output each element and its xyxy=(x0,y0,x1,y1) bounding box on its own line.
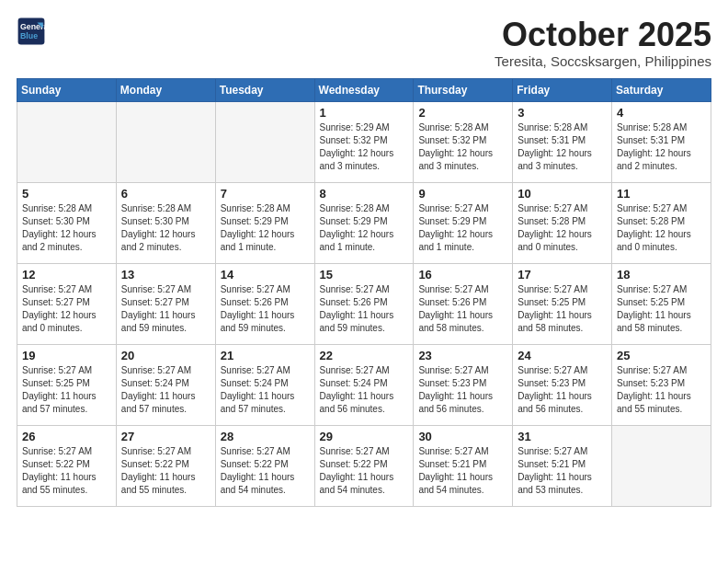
day-info: Sunrise: 5:28 AM Sunset: 5:30 PM Dayligh… xyxy=(121,202,210,254)
day-info: Sunrise: 5:27 AM Sunset: 5:21 PM Dayligh… xyxy=(518,445,607,497)
day-info: Sunrise: 5:27 AM Sunset: 5:28 PM Dayligh… xyxy=(617,202,706,254)
day-number: 31 xyxy=(518,430,607,443)
calendar-cell: 3Sunrise: 5:28 AM Sunset: 5:31 PM Daylig… xyxy=(513,101,612,182)
day-info: Sunrise: 5:27 AM Sunset: 5:26 PM Dayligh… xyxy=(418,283,507,335)
day-number: 1 xyxy=(320,106,409,120)
logo: General Blue xyxy=(17,17,46,46)
day-number: 5 xyxy=(22,187,111,201)
calendar-cell: 21Sunrise: 5:27 AM Sunset: 5:24 PM Dayli… xyxy=(215,344,314,425)
page: General Blue October 2025 Teresita, Socc… xyxy=(0,0,728,516)
day-number: 18 xyxy=(617,268,706,282)
day-number: 29 xyxy=(320,430,409,443)
day-info: Sunrise: 5:27 AM Sunset: 5:27 PM Dayligh… xyxy=(121,283,210,335)
days-header-row: SundayMondayTuesdayWednesdayThursdayFrid… xyxy=(17,78,711,101)
calendar-cell: 29Sunrise: 5:27 AM Sunset: 5:22 PM Dayli… xyxy=(314,425,414,506)
day-number: 4 xyxy=(617,106,706,120)
calendar-cell xyxy=(116,101,215,182)
calendar-table: SundayMondayTuesdayWednesdayThursdayFrid… xyxy=(17,78,711,507)
week-row-2: 5Sunrise: 5:28 AM Sunset: 5:30 PM Daylig… xyxy=(17,182,711,263)
day-header-saturday: Saturday xyxy=(612,78,711,101)
calendar-cell: 26Sunrise: 5:27 AM Sunset: 5:22 PM Dayli… xyxy=(17,425,117,506)
day-number: 6 xyxy=(121,187,210,201)
calendar-cell: 15Sunrise: 5:27 AM Sunset: 5:26 PM Dayli… xyxy=(314,263,414,344)
logo-icon: General Blue xyxy=(17,17,46,46)
calendar-cell xyxy=(17,101,117,182)
day-number: 10 xyxy=(518,187,607,201)
calendar-cell: 24Sunrise: 5:27 AM Sunset: 5:23 PM Dayli… xyxy=(513,344,612,425)
day-info: Sunrise: 5:27 AM Sunset: 5:26 PM Dayligh… xyxy=(320,283,409,335)
calendar-cell: 11Sunrise: 5:27 AM Sunset: 5:28 PM Dayli… xyxy=(612,182,711,263)
calendar-cell: 6Sunrise: 5:28 AM Sunset: 5:30 PM Daylig… xyxy=(116,182,215,263)
calendar-cell: 30Sunrise: 5:27 AM Sunset: 5:21 PM Dayli… xyxy=(414,425,513,506)
calendar-cell: 2Sunrise: 5:28 AM Sunset: 5:32 PM Daylig… xyxy=(414,101,513,182)
day-info: Sunrise: 5:27 AM Sunset: 5:22 PM Dayligh… xyxy=(121,445,210,497)
title-block: October 2025 Teresita, Soccsksargen, Phi… xyxy=(495,17,711,69)
calendar-cell: 4Sunrise: 5:28 AM Sunset: 5:31 PM Daylig… xyxy=(612,101,711,182)
day-info: Sunrise: 5:28 AM Sunset: 5:30 PM Dayligh… xyxy=(22,202,111,254)
day-info: Sunrise: 5:27 AM Sunset: 5:22 PM Dayligh… xyxy=(320,445,409,497)
day-number: 15 xyxy=(320,268,409,282)
day-info: Sunrise: 5:28 AM Sunset: 5:31 PM Dayligh… xyxy=(617,121,706,173)
calendar-cell: 7Sunrise: 5:28 AM Sunset: 5:29 PM Daylig… xyxy=(215,182,314,263)
day-header-monday: Monday xyxy=(116,78,215,101)
day-info: Sunrise: 5:27 AM Sunset: 5:26 PM Dayligh… xyxy=(221,283,310,335)
calendar-cell: 8Sunrise: 5:28 AM Sunset: 5:29 PM Daylig… xyxy=(314,182,414,263)
calendar-cell: 5Sunrise: 5:28 AM Sunset: 5:30 PM Daylig… xyxy=(17,182,117,263)
month-title: October 2025 xyxy=(495,17,711,53)
day-header-wednesday: Wednesday xyxy=(314,78,414,101)
calendar-cell: 20Sunrise: 5:27 AM Sunset: 5:24 PM Dayli… xyxy=(116,344,215,425)
day-number: 25 xyxy=(617,349,706,362)
day-info: Sunrise: 5:27 AM Sunset: 5:28 PM Dayligh… xyxy=(518,202,607,254)
day-number: 17 xyxy=(518,268,607,282)
calendar-cell: 28Sunrise: 5:27 AM Sunset: 5:22 PM Dayli… xyxy=(215,425,314,506)
day-number: 23 xyxy=(418,349,507,362)
day-number: 24 xyxy=(518,349,607,362)
day-info: Sunrise: 5:27 AM Sunset: 5:24 PM Dayligh… xyxy=(320,364,409,416)
header: General Blue October 2025 Teresita, Socc… xyxy=(17,17,711,69)
calendar-cell: 17Sunrise: 5:27 AM Sunset: 5:25 PM Dayli… xyxy=(513,263,612,344)
day-number: 19 xyxy=(22,349,111,362)
day-number: 16 xyxy=(418,268,507,282)
day-number: 30 xyxy=(418,430,507,443)
calendar-cell xyxy=(612,425,711,506)
day-number: 13 xyxy=(121,268,210,282)
day-info: Sunrise: 5:27 AM Sunset: 5:21 PM Dayligh… xyxy=(418,445,507,497)
day-number: 21 xyxy=(221,349,310,362)
day-number: 7 xyxy=(221,187,310,201)
day-info: Sunrise: 5:27 AM Sunset: 5:24 PM Dayligh… xyxy=(221,364,310,416)
calendar-cell xyxy=(215,101,314,182)
day-info: Sunrise: 5:28 AM Sunset: 5:29 PM Dayligh… xyxy=(221,202,310,254)
day-number: 2 xyxy=(418,106,507,120)
day-number: 22 xyxy=(320,349,409,362)
week-row-3: 12Sunrise: 5:27 AM Sunset: 5:27 PM Dayli… xyxy=(17,263,711,344)
day-number: 3 xyxy=(518,106,607,120)
week-row-1: 1Sunrise: 5:29 AM Sunset: 5:32 PM Daylig… xyxy=(17,101,711,182)
calendar-cell: 23Sunrise: 5:27 AM Sunset: 5:23 PM Dayli… xyxy=(414,344,513,425)
day-info: Sunrise: 5:27 AM Sunset: 5:22 PM Dayligh… xyxy=(221,445,310,497)
day-number: 26 xyxy=(22,430,111,443)
day-info: Sunrise: 5:27 AM Sunset: 5:27 PM Dayligh… xyxy=(22,283,111,335)
day-info: Sunrise: 5:27 AM Sunset: 5:23 PM Dayligh… xyxy=(418,364,507,416)
day-number: 14 xyxy=(221,268,310,282)
day-info: Sunrise: 5:27 AM Sunset: 5:25 PM Dayligh… xyxy=(518,283,607,335)
day-header-sunday: Sunday xyxy=(17,78,117,101)
calendar-cell: 13Sunrise: 5:27 AM Sunset: 5:27 PM Dayli… xyxy=(116,263,215,344)
day-number: 8 xyxy=(320,187,409,201)
day-info: Sunrise: 5:27 AM Sunset: 5:23 PM Dayligh… xyxy=(617,364,706,416)
calendar-cell: 10Sunrise: 5:27 AM Sunset: 5:28 PM Dayli… xyxy=(513,182,612,263)
day-number: 28 xyxy=(221,430,310,443)
day-number: 27 xyxy=(121,430,210,443)
day-info: Sunrise: 5:28 AM Sunset: 5:31 PM Dayligh… xyxy=(518,121,607,173)
day-info: Sunrise: 5:27 AM Sunset: 5:23 PM Dayligh… xyxy=(518,364,607,416)
calendar-cell: 25Sunrise: 5:27 AM Sunset: 5:23 PM Dayli… xyxy=(612,344,711,425)
calendar-cell: 22Sunrise: 5:27 AM Sunset: 5:24 PM Dayli… xyxy=(314,344,414,425)
day-info: Sunrise: 5:27 AM Sunset: 5:25 PM Dayligh… xyxy=(617,283,706,335)
calendar-cell: 27Sunrise: 5:27 AM Sunset: 5:22 PM Dayli… xyxy=(116,425,215,506)
day-info: Sunrise: 5:27 AM Sunset: 5:24 PM Dayligh… xyxy=(121,364,210,416)
day-number: 20 xyxy=(121,349,210,362)
day-number: 11 xyxy=(617,187,706,201)
day-header-friday: Friday xyxy=(513,78,612,101)
calendar-cell: 14Sunrise: 5:27 AM Sunset: 5:26 PM Dayli… xyxy=(215,263,314,344)
day-info: Sunrise: 5:29 AM Sunset: 5:32 PM Dayligh… xyxy=(320,121,409,173)
calendar-cell: 9Sunrise: 5:27 AM Sunset: 5:29 PM Daylig… xyxy=(414,182,513,263)
